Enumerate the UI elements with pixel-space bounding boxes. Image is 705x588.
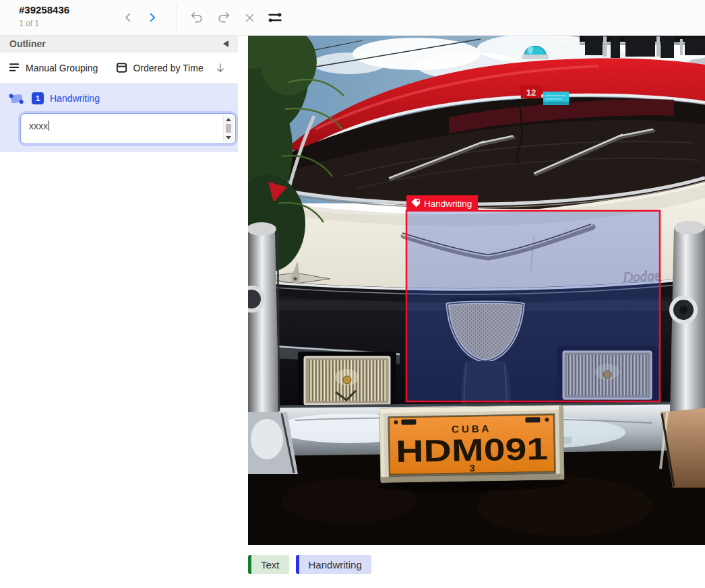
image-canvas[interactable]: 12 (248, 35, 705, 545)
reset-button[interactable] (240, 8, 259, 27)
chevron-right-icon (146, 11, 158, 24)
bounding-box-region[interactable]: Handwriting (406, 195, 660, 401)
bbox-region-icon (8, 92, 26, 106)
collapse-panel-icon[interactable] (223, 40, 228, 47)
region-tag-label: Handwriting (424, 199, 472, 209)
plate-suffix: 3 (470, 463, 475, 473)
annotation-workspace: 12 (238, 35, 705, 588)
grouping-mode-button[interactable]: Manual Grouping (8, 61, 98, 74)
roof-rack (580, 35, 705, 58)
list-lines-icon (8, 61, 21, 74)
swap-horizontal-icon (267, 9, 283, 26)
ordering-mode-label: Ordered by Time (133, 63, 203, 73)
settings-button[interactable] (266, 8, 284, 27)
task-count: 1 of 1 (19, 19, 39, 28)
prev-task-button[interactable] (119, 8, 137, 27)
region-text-input[interactable]: xxxx (20, 113, 236, 144)
chevron-left-icon (122, 11, 134, 24)
windshield-sign-12: 12 (526, 88, 536, 98)
toolbar-divider (177, 4, 177, 31)
arrow-down-icon (214, 62, 226, 74)
fog-light-left (298, 352, 396, 408)
undo-button[interactable] (187, 8, 206, 27)
outliner-title: Outliner (9, 38, 46, 49)
task-id: #39258436 (19, 4, 69, 15)
label-button-text[interactable]: Text (248, 555, 289, 574)
scroll-down-icon[interactable] (226, 136, 231, 139)
label-button-handwriting[interactable]: Handwriting (296, 555, 371, 574)
selected-region-block: 1 Handwriting xxxx (0, 84, 238, 152)
close-icon (244, 12, 255, 24)
label-text: Text (261, 559, 280, 570)
region-item-handwriting[interactable]: 1 Handwriting (0, 88, 238, 109)
car-photo[interactable]: 12 (248, 35, 705, 545)
region-text-value: xxxx (29, 121, 48, 131)
input-scrollbar[interactable] (223, 115, 234, 142)
outliner-panel: Outliner Manual Grouping Ordered by Time (0, 35, 239, 588)
sort-direction-button[interactable] (214, 62, 226, 74)
outliner-header: Outliner (0, 35, 238, 53)
license-plate: CUBA HDM091 3 (375, 405, 568, 494)
text-caret (49, 121, 49, 131)
scroll-up-icon[interactable] (226, 118, 231, 121)
region-count-badge: 1 (32, 92, 44, 104)
top-toolbar: #39258436 1 of 1 (0, 0, 705, 36)
scroll-thumb[interactable] (226, 124, 231, 133)
window-card-icon (115, 61, 128, 74)
label-text: Handwriting (309, 559, 362, 570)
grouping-mode-label: Manual Grouping (26, 63, 98, 73)
next-task-button[interactable] (143, 8, 162, 27)
redo-icon (216, 10, 231, 25)
ordering-mode-button[interactable]: Ordered by Time (115, 61, 203, 74)
undo-icon (189, 10, 204, 25)
labels-row: Text Handwriting (248, 555, 371, 574)
region-tag[interactable]: Handwriting (406, 195, 478, 211)
redo-button[interactable] (214, 8, 233, 27)
region-label: Handwriting (50, 93, 100, 104)
label-studio-app: #39258436 1 of 1 (0, 0, 705, 588)
outliner-toolbar: Manual Grouping Ordered by Time (0, 53, 238, 84)
